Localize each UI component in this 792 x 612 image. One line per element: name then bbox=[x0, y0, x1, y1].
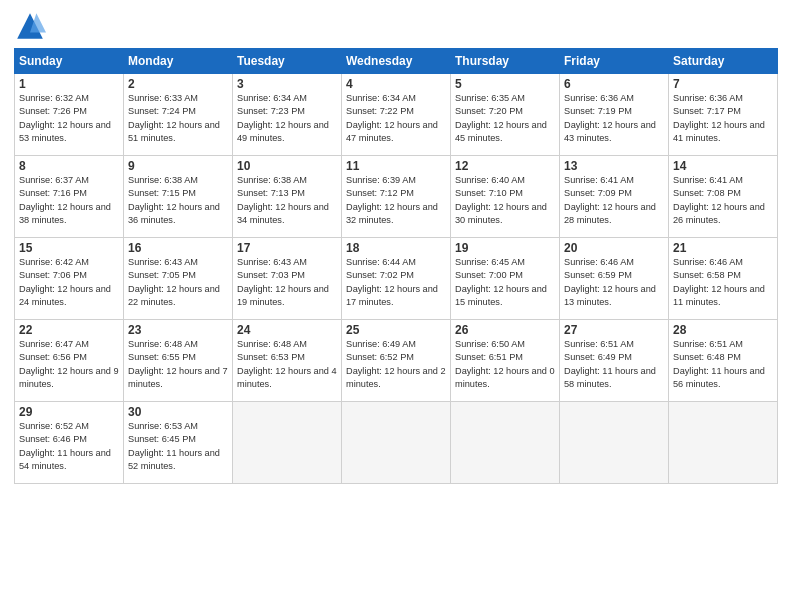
calendar-cell: 17Sunrise: 6:43 AMSunset: 7:03 PMDayligh… bbox=[233, 238, 342, 320]
day-info: Sunrise: 6:34 AMSunset: 7:22 PMDaylight:… bbox=[346, 92, 446, 145]
day-number: 11 bbox=[346, 159, 446, 173]
day-number: 23 bbox=[128, 323, 228, 337]
day-number: 10 bbox=[237, 159, 337, 173]
calendar-cell: 16Sunrise: 6:43 AMSunset: 7:05 PMDayligh… bbox=[124, 238, 233, 320]
day-info: Sunrise: 6:48 AMSunset: 6:55 PMDaylight:… bbox=[128, 338, 228, 391]
calendar-cell bbox=[342, 402, 451, 484]
day-number: 12 bbox=[455, 159, 555, 173]
day-number: 26 bbox=[455, 323, 555, 337]
calendar-cell bbox=[560, 402, 669, 484]
calendar-cell: 7Sunrise: 6:36 AMSunset: 7:17 PMDaylight… bbox=[669, 74, 778, 156]
day-info: Sunrise: 6:50 AMSunset: 6:51 PMDaylight:… bbox=[455, 338, 555, 391]
day-info: Sunrise: 6:42 AMSunset: 7:06 PMDaylight:… bbox=[19, 256, 119, 309]
calendar-cell: 25Sunrise: 6:49 AMSunset: 6:52 PMDayligh… bbox=[342, 320, 451, 402]
calendar-week-1: 1Sunrise: 6:32 AMSunset: 7:26 PMDaylight… bbox=[15, 74, 778, 156]
day-info: Sunrise: 6:40 AMSunset: 7:10 PMDaylight:… bbox=[455, 174, 555, 227]
calendar-cell: 28Sunrise: 6:51 AMSunset: 6:48 PMDayligh… bbox=[669, 320, 778, 402]
calendar-week-4: 22Sunrise: 6:47 AMSunset: 6:56 PMDayligh… bbox=[15, 320, 778, 402]
calendar-cell: 18Sunrise: 6:44 AMSunset: 7:02 PMDayligh… bbox=[342, 238, 451, 320]
day-number: 17 bbox=[237, 241, 337, 255]
day-info: Sunrise: 6:46 AMSunset: 6:59 PMDaylight:… bbox=[564, 256, 664, 309]
calendar-cell: 23Sunrise: 6:48 AMSunset: 6:55 PMDayligh… bbox=[124, 320, 233, 402]
day-info: Sunrise: 6:33 AMSunset: 7:24 PMDaylight:… bbox=[128, 92, 228, 145]
day-number: 14 bbox=[673, 159, 773, 173]
day-info: Sunrise: 6:41 AMSunset: 7:08 PMDaylight:… bbox=[673, 174, 773, 227]
day-info: Sunrise: 6:36 AMSunset: 7:17 PMDaylight:… bbox=[673, 92, 773, 145]
calendar-cell: 8Sunrise: 6:37 AMSunset: 7:16 PMDaylight… bbox=[15, 156, 124, 238]
calendar-cell: 19Sunrise: 6:45 AMSunset: 7:00 PMDayligh… bbox=[451, 238, 560, 320]
day-info: Sunrise: 6:52 AMSunset: 6:46 PMDaylight:… bbox=[19, 420, 119, 473]
calendar-cell: 12Sunrise: 6:40 AMSunset: 7:10 PMDayligh… bbox=[451, 156, 560, 238]
calendar-cell: 29Sunrise: 6:52 AMSunset: 6:46 PMDayligh… bbox=[15, 402, 124, 484]
day-info: Sunrise: 6:35 AMSunset: 7:20 PMDaylight:… bbox=[455, 92, 555, 145]
th-friday: Friday bbox=[560, 49, 669, 74]
day-number: 29 bbox=[19, 405, 119, 419]
day-info: Sunrise: 6:34 AMSunset: 7:23 PMDaylight:… bbox=[237, 92, 337, 145]
calendar-cell: 6Sunrise: 6:36 AMSunset: 7:19 PMDaylight… bbox=[560, 74, 669, 156]
day-info: Sunrise: 6:46 AMSunset: 6:58 PMDaylight:… bbox=[673, 256, 773, 309]
day-number: 30 bbox=[128, 405, 228, 419]
calendar-cell bbox=[233, 402, 342, 484]
calendar-cell: 5Sunrise: 6:35 AMSunset: 7:20 PMDaylight… bbox=[451, 74, 560, 156]
calendar-cell: 30Sunrise: 6:53 AMSunset: 6:45 PMDayligh… bbox=[124, 402, 233, 484]
day-number: 15 bbox=[19, 241, 119, 255]
day-number: 28 bbox=[673, 323, 773, 337]
day-info: Sunrise: 6:51 AMSunset: 6:49 PMDaylight:… bbox=[564, 338, 664, 391]
day-number: 22 bbox=[19, 323, 119, 337]
day-info: Sunrise: 6:49 AMSunset: 6:52 PMDaylight:… bbox=[346, 338, 446, 391]
day-info: Sunrise: 6:39 AMSunset: 7:12 PMDaylight:… bbox=[346, 174, 446, 227]
calendar-cell: 21Sunrise: 6:46 AMSunset: 6:58 PMDayligh… bbox=[669, 238, 778, 320]
day-info: Sunrise: 6:53 AMSunset: 6:45 PMDaylight:… bbox=[128, 420, 228, 473]
th-wednesday: Wednesday bbox=[342, 49, 451, 74]
day-number: 6 bbox=[564, 77, 664, 91]
header bbox=[14, 10, 778, 42]
day-info: Sunrise: 6:48 AMSunset: 6:53 PMDaylight:… bbox=[237, 338, 337, 391]
calendar-cell: 9Sunrise: 6:38 AMSunset: 7:15 PMDaylight… bbox=[124, 156, 233, 238]
calendar-cell: 26Sunrise: 6:50 AMSunset: 6:51 PMDayligh… bbox=[451, 320, 560, 402]
calendar-cell: 27Sunrise: 6:51 AMSunset: 6:49 PMDayligh… bbox=[560, 320, 669, 402]
day-number: 27 bbox=[564, 323, 664, 337]
day-info: Sunrise: 6:38 AMSunset: 7:15 PMDaylight:… bbox=[128, 174, 228, 227]
calendar-cell: 3Sunrise: 6:34 AMSunset: 7:23 PMDaylight… bbox=[233, 74, 342, 156]
day-info: Sunrise: 6:37 AMSunset: 7:16 PMDaylight:… bbox=[19, 174, 119, 227]
day-info: Sunrise: 6:38 AMSunset: 7:13 PMDaylight:… bbox=[237, 174, 337, 227]
th-sunday: Sunday bbox=[15, 49, 124, 74]
calendar-cell: 22Sunrise: 6:47 AMSunset: 6:56 PMDayligh… bbox=[15, 320, 124, 402]
calendar-cell: 13Sunrise: 6:41 AMSunset: 7:09 PMDayligh… bbox=[560, 156, 669, 238]
day-info: Sunrise: 6:41 AMSunset: 7:09 PMDaylight:… bbox=[564, 174, 664, 227]
th-monday: Monday bbox=[124, 49, 233, 74]
day-info: Sunrise: 6:51 AMSunset: 6:48 PMDaylight:… bbox=[673, 338, 773, 391]
th-saturday: Saturday bbox=[669, 49, 778, 74]
calendar-cell: 1Sunrise: 6:32 AMSunset: 7:26 PMDaylight… bbox=[15, 74, 124, 156]
day-number: 19 bbox=[455, 241, 555, 255]
th-tuesday: Tuesday bbox=[233, 49, 342, 74]
header-row: Sunday Monday Tuesday Wednesday Thursday… bbox=[15, 49, 778, 74]
calendar-week-2: 8Sunrise: 6:37 AMSunset: 7:16 PMDaylight… bbox=[15, 156, 778, 238]
day-info: Sunrise: 6:45 AMSunset: 7:00 PMDaylight:… bbox=[455, 256, 555, 309]
calendar-cell: 14Sunrise: 6:41 AMSunset: 7:08 PMDayligh… bbox=[669, 156, 778, 238]
day-number: 1 bbox=[19, 77, 119, 91]
calendar-cell bbox=[669, 402, 778, 484]
day-number: 20 bbox=[564, 241, 664, 255]
day-number: 13 bbox=[564, 159, 664, 173]
day-number: 4 bbox=[346, 77, 446, 91]
calendar-cell bbox=[451, 402, 560, 484]
logo bbox=[14, 10, 50, 42]
day-number: 8 bbox=[19, 159, 119, 173]
day-info: Sunrise: 6:32 AMSunset: 7:26 PMDaylight:… bbox=[19, 92, 119, 145]
day-number: 5 bbox=[455, 77, 555, 91]
calendar-cell: 2Sunrise: 6:33 AMSunset: 7:24 PMDaylight… bbox=[124, 74, 233, 156]
calendar-cell: 4Sunrise: 6:34 AMSunset: 7:22 PMDaylight… bbox=[342, 74, 451, 156]
day-number: 21 bbox=[673, 241, 773, 255]
day-info: Sunrise: 6:43 AMSunset: 7:03 PMDaylight:… bbox=[237, 256, 337, 309]
calendar-cell: 24Sunrise: 6:48 AMSunset: 6:53 PMDayligh… bbox=[233, 320, 342, 402]
day-number: 2 bbox=[128, 77, 228, 91]
logo-icon bbox=[14, 10, 46, 42]
calendar-week-3: 15Sunrise: 6:42 AMSunset: 7:06 PMDayligh… bbox=[15, 238, 778, 320]
calendar-cell: 20Sunrise: 6:46 AMSunset: 6:59 PMDayligh… bbox=[560, 238, 669, 320]
th-thursday: Thursday bbox=[451, 49, 560, 74]
calendar-week-5: 29Sunrise: 6:52 AMSunset: 6:46 PMDayligh… bbox=[15, 402, 778, 484]
day-number: 3 bbox=[237, 77, 337, 91]
day-info: Sunrise: 6:44 AMSunset: 7:02 PMDaylight:… bbox=[346, 256, 446, 309]
day-info: Sunrise: 6:47 AMSunset: 6:56 PMDaylight:… bbox=[19, 338, 119, 391]
